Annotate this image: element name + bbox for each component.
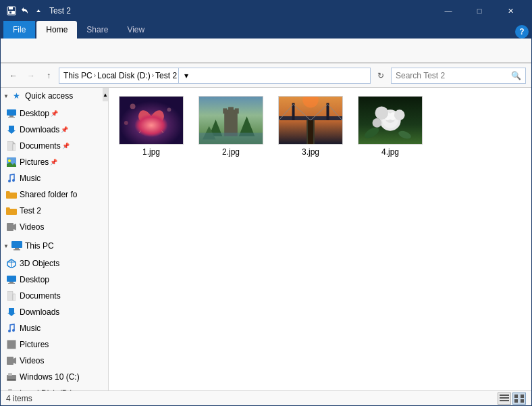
videos2-label: Videos (20, 356, 44, 365)
videos2-icon (6, 355, 17, 366)
downloads-icon (6, 124, 17, 135)
maximize-button[interactable]: □ (464, 1, 495, 21)
svg-rect-21 (9, 282, 14, 283)
downloads2-label: Downloads (20, 307, 59, 317)
expand-arrow-quickaccess: ▼ (3, 93, 9, 99)
undo-icon[interactable] (20, 5, 30, 16)
forward-button[interactable]: → (24, 68, 38, 83)
sidebar-item-localdisk[interactable]: Local Disk (D:) (1, 385, 108, 390)
ribbon-tab-bar: File Home Share View ? (1, 21, 531, 39)
file-item-3jpg[interactable]: 3.jpg (273, 93, 348, 159)
back-button[interactable]: ← (6, 68, 21, 83)
tab-share[interactable]: Share (77, 21, 117, 39)
file-name-1jpg: 1.jpg (142, 147, 160, 157)
svg-point-11 (8, 180, 11, 182)
expand-arrow-thispc: ▼ (3, 243, 9, 249)
pictures2-icon (6, 339, 17, 350)
sidebar-item-pictures2[interactable]: Pictures (1, 336, 108, 353)
file-item-1jpg[interactable]: 1.jpg (114, 93, 188, 159)
pictures-label: Pictures (20, 157, 49, 167)
svg-rect-76 (514, 395, 518, 398)
file-item-2jpg[interactable]: 2.jpg (194, 93, 268, 159)
tab-view[interactable]: View (117, 21, 154, 39)
this-pc-icon (11, 240, 22, 251)
scroll-up[interactable]: ▲ (103, 88, 108, 101)
desktop2-label: Desktop (20, 275, 49, 284)
tab-file[interactable]: File (3, 21, 35, 39)
quick-access-icon: ★ (11, 91, 22, 101)
sidebar-item-videos[interactable]: Videos (1, 219, 108, 235)
sidebar-item-downloads2[interactable]: Downloads (1, 304, 108, 320)
path-segment-localdisk: Local Disk (D:) (97, 71, 151, 80)
this-pc-header[interactable]: ▼ This PC (1, 238, 108, 253)
desktop-icon (6, 108, 17, 119)
sidebar-item-desktop[interactable]: Desktop 📌 (1, 105, 108, 122)
customize-icon[interactable] (33, 5, 44, 16)
sidebar-item-music2[interactable]: Music (1, 320, 108, 336)
view-buttons (498, 392, 526, 405)
videos-label: Videos (20, 222, 44, 232)
address-path[interactable]: This PC › Local Disk (D:) › Test 2 ▾ (59, 68, 371, 84)
close-button[interactable]: ✕ (495, 1, 526, 21)
svg-point-10 (8, 159, 11, 162)
svg-rect-79 (521, 399, 524, 403)
svg-rect-24 (13, 294, 16, 301)
localdisk-label: Local Disk (D:) (20, 388, 73, 390)
pin-icon-4: 📌 (50, 159, 57, 166)
search-icon: 🔍 (511, 71, 521, 80)
svg-rect-1 (9, 7, 13, 9)
search-box[interactable]: 🔍 (391, 68, 526, 84)
svg-rect-36 (119, 97, 183, 145)
window-title: Test 2 (49, 6, 433, 16)
sidebar-item-downloads[interactable]: Downloads 📌 (1, 122, 108, 138)
winc-icon (6, 372, 17, 382)
svg-rect-45 (235, 108, 239, 113)
sidebar-item-pictures[interactable]: Pictures 📌 (1, 154, 108, 170)
window-controls: — □ ✕ (433, 1, 526, 21)
details-view-button[interactable] (498, 392, 511, 405)
svg-rect-7 (7, 141, 13, 151)
svg-rect-34 (8, 389, 12, 390)
refresh-button[interactable]: ↻ (373, 68, 388, 83)
sidebar-item-3dobjects[interactable]: 3D Objects (1, 255, 108, 272)
up-button[interactable]: ↑ (41, 68, 56, 83)
svg-point-39 (130, 104, 136, 109)
documents-icon (6, 141, 17, 151)
svg-rect-77 (521, 395, 524, 398)
shared-folder-icon (6, 189, 17, 200)
file-thumb-1 (119, 96, 184, 145)
sidebar-item-music[interactable]: Music (1, 170, 108, 186)
sidebar-item-videos2[interactable]: Videos (1, 353, 108, 369)
pin-icon: 📌 (51, 110, 58, 117)
quick-access-header[interactable]: ▼ ★ Quick access (1, 88, 108, 103)
svg-rect-52 (279, 116, 342, 120)
sidebar-item-sharedfolder[interactable]: Shared folder fo (1, 186, 108, 203)
search-input[interactable] (396, 71, 511, 80)
minimize-button[interactable]: — (433, 1, 464, 21)
svg-rect-16 (14, 249, 20, 251)
svg-rect-31 (8, 373, 12, 376)
file-area: 1.jpg (109, 88, 531, 390)
this-pc-items: 3D Objects Desktop Documents (1, 253, 108, 390)
file-item-4jpg[interactable]: 4.jpg (353, 93, 427, 159)
ribbon-content (1, 39, 531, 63)
quick-save-icon[interactable] (6, 5, 17, 16)
tab-home[interactable]: Home (36, 21, 77, 39)
svg-point-12 (12, 179, 15, 182)
large-icons-view-button[interactable] (512, 392, 526, 405)
svg-rect-13 (7, 223, 14, 231)
help-button[interactable]: ? (515, 25, 529, 39)
sidebar-item-winc[interactable]: Windows 10 (C:) (1, 369, 108, 385)
sidebar-item-test2[interactable]: Test 2 (1, 203, 108, 219)
sidebar-item-documents2[interactable]: Documents (1, 288, 108, 304)
path-dropdown[interactable]: ▾ (178, 68, 193, 84)
svg-point-70 (373, 118, 382, 128)
this-pc-label: This PC (25, 241, 54, 251)
svg-point-40 (167, 107, 171, 111)
svg-rect-28 (7, 340, 16, 349)
sidebar-item-documents[interactable]: Documents 📌 (1, 138, 108, 154)
sidebar-item-desktop2[interactable]: Desktop (1, 272, 108, 288)
downloads2-icon (6, 307, 17, 318)
svg-rect-29 (7, 357, 14, 365)
svg-rect-23 (7, 291, 13, 301)
